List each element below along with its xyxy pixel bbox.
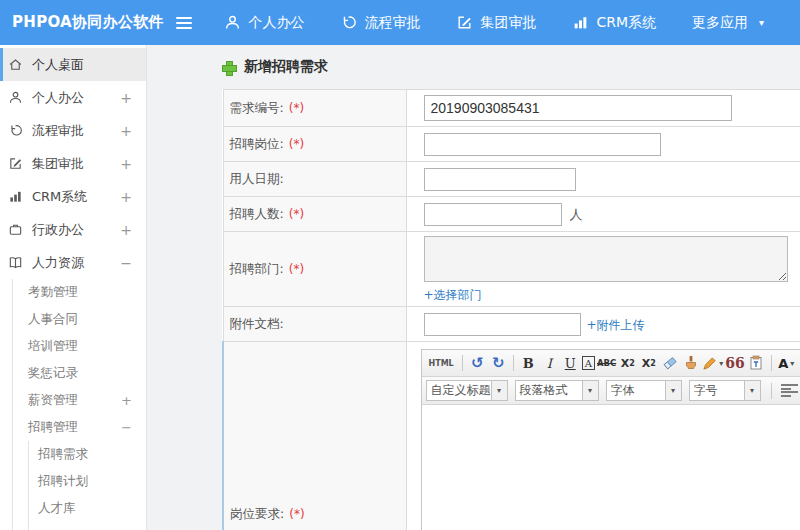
sidebar-item-talent-pool[interactable]: 人才库 — [29, 495, 146, 522]
collapse-icon[interactable]: − — [120, 255, 132, 271]
sidebar-item-personal-office[interactable]: 个人办公 + — [0, 81, 146, 114]
redo-button[interactable]: ↻ — [489, 353, 508, 373]
select-department-link[interactable]: +选择部门 — [424, 287, 482, 304]
expand-icon[interactable]: + — [120, 222, 132, 238]
color-pen-button[interactable]: ▾ — [702, 353, 723, 373]
blockquote-button[interactable]: 66 — [725, 353, 744, 373]
field-label: 附件文档: — [230, 316, 284, 331]
sidebar-item-recruitment[interactable]: 招聘管理 − — [13, 414, 146, 441]
bar-chart-icon — [572, 14, 589, 31]
headcount-input[interactable] — [424, 203, 562, 226]
sidebar-item-attendance[interactable]: 考勤管理 — [13, 279, 146, 306]
expand-icon[interactable]: + — [120, 123, 132, 139]
history-icon — [8, 123, 24, 139]
sidebar-item-recruit-plan[interactable]: 招聘计划 — [29, 468, 146, 495]
required-mark: (*) — [289, 262, 304, 276]
font-family-select[interactable]: 字体 ▾ — [606, 380, 682, 401]
field-label: 岗位要求: — [230, 506, 284, 521]
required-mark: (*) — [289, 507, 304, 521]
clipboard-icon — [748, 355, 764, 371]
editor-content[interactable] — [422, 405, 800, 530]
form-row-department: 招聘部门:(*) +选择部门 — [223, 232, 800, 307]
subscript-button[interactable]: X2 — [639, 353, 658, 373]
attachment-input[interactable] — [424, 313, 581, 336]
form-row-position: 招聘岗位:(*) — [223, 127, 800, 162]
font-color-button[interactable]: A▾ — [777, 353, 796, 373]
topnav-workflow-approval[interactable]: 流程审批 — [340, 14, 420, 32]
bar-chart-icon — [8, 189, 24, 205]
form-row-hire-date: 用人日期: — [223, 162, 800, 197]
sidebar-item-recruit-demand[interactable]: 招聘需求 — [29, 441, 146, 468]
paragraph-format-select[interactable]: 段落格式 ▾ — [515, 380, 599, 401]
sidebar-item-crm[interactable]: CRM系统 + — [0, 180, 146, 213]
format-brush-button[interactable] — [681, 353, 700, 373]
heading-select[interactable]: 自定义标题 ▾ — [426, 380, 508, 401]
caret-down-icon: ▾ — [790, 359, 794, 368]
superscript-button[interactable]: X2 — [618, 353, 637, 373]
toolbar-separator — [462, 355, 463, 371]
field-label: 用人日期: — [230, 171, 284, 186]
sidebar-item-workflow-approval[interactable]: 流程审批 + — [0, 114, 146, 147]
expand-icon[interactable]: + — [120, 189, 132, 205]
caret-down-icon[interactable]: ▾ — [492, 380, 508, 401]
font-size-select[interactable]: 字号 ▾ — [689, 380, 761, 401]
form-row-headcount: 招聘人数:(*) 人 — [223, 197, 800, 232]
edit-icon — [456, 14, 473, 31]
char-border-button[interactable]: A — [582, 356, 595, 370]
expand-icon[interactable]: + — [120, 90, 132, 106]
select-value: 字号 — [689, 380, 745, 401]
undo-button[interactable]: ↺ — [468, 353, 487, 373]
sidebar-item-rewards[interactable]: 奖惩记录 — [13, 360, 146, 387]
align-left-button[interactable] — [781, 384, 798, 397]
topnav-label: 流程审批 — [364, 14, 420, 32]
caret-down-icon[interactable]: ▾ — [745, 380, 761, 401]
topnav-label: 集团审批 — [480, 14, 536, 32]
caret-down-icon[interactable]: ▾ — [583, 380, 599, 401]
topnav-group-approval[interactable]: 集团审批 — [456, 14, 536, 32]
field-label: 需求编号: — [230, 100, 284, 115]
edit-icon — [8, 156, 24, 172]
hamburger-icon[interactable] — [174, 13, 194, 33]
demand-number-input[interactable] — [424, 95, 732, 121]
form-row-demand-number: 需求编号:(*) — [223, 90, 800, 127]
sidebar-item-hr[interactable]: 人力资源 − — [0, 246, 146, 279]
sidebar-item-group-approval[interactable]: 集团审批 + — [0, 147, 146, 180]
collapse-icon[interactable]: − — [121, 420, 132, 435]
sidebar-item-training[interactable]: 培训管理 — [13, 333, 146, 360]
headcount-unit: 人 — [570, 207, 583, 222]
paste-text-button[interactable] — [747, 353, 766, 373]
sidebar-label: 行政办公 — [32, 221, 84, 239]
sidebar-item-hr-contract[interactable]: 人事合同 — [13, 306, 146, 333]
required-mark: (*) — [289, 101, 304, 115]
bold-button[interactable]: B — [519, 353, 538, 373]
department-textarea[interactable] — [424, 236, 788, 282]
sidebar-label: 集团审批 — [32, 155, 84, 173]
sidebar-label: 考勤管理 — [28, 284, 78, 301]
home-icon — [8, 57, 24, 73]
topnav-more-apps[interactable]: 更多应用 ▾ — [692, 14, 764, 32]
italic-button[interactable]: I — [540, 353, 559, 373]
hire-date-input[interactable] — [424, 168, 576, 191]
sidebar-item-salary[interactable]: 薪资管理 + — [13, 387, 146, 414]
expand-icon[interactable]: + — [121, 393, 132, 408]
caret-down-icon[interactable]: ▾ — [666, 380, 682, 401]
main-content: 新增招聘需求 需求编号:(*) 招聘岗位:(*) 用人日期: 招聘人数:(*) … — [147, 45, 800, 530]
sidebar-item-desktop[interactable]: 个人桌面 — [0, 48, 146, 81]
underline-button[interactable]: U — [561, 353, 580, 373]
sidebar-label: 人力资源 — [32, 254, 84, 272]
source-code-button[interactable]: HTML — [426, 353, 457, 373]
sidebar-item-admin-office[interactable]: 行政办公 + — [0, 213, 146, 246]
expand-icon[interactable]: + — [120, 156, 132, 172]
position-input[interactable] — [424, 133, 661, 156]
topnav-crm[interactable]: CRM系统 — [572, 14, 656, 32]
user-icon — [8, 90, 24, 106]
sidebar: 个人桌面 个人办公 + 流程审批 + 集团审批 + CRM系统 + 行政办公 + — [0, 45, 147, 530]
history-icon — [340, 14, 357, 31]
remove-format-button[interactable] — [660, 353, 679, 373]
field-label: 招聘人数: — [230, 206, 284, 221]
topnav-personal-office[interactable]: 个人办公 — [224, 14, 304, 32]
strikethrough-button[interactable]: ABC — [597, 353, 616, 373]
rich-text-editor: HTML ↺ ↻ B I U A ABC X2 X2 — [421, 349, 800, 530]
attachment-upload-link[interactable]: +附件上传 — [587, 318, 645, 332]
form-row-attachment: 附件文档: +附件上传 — [223, 307, 800, 342]
